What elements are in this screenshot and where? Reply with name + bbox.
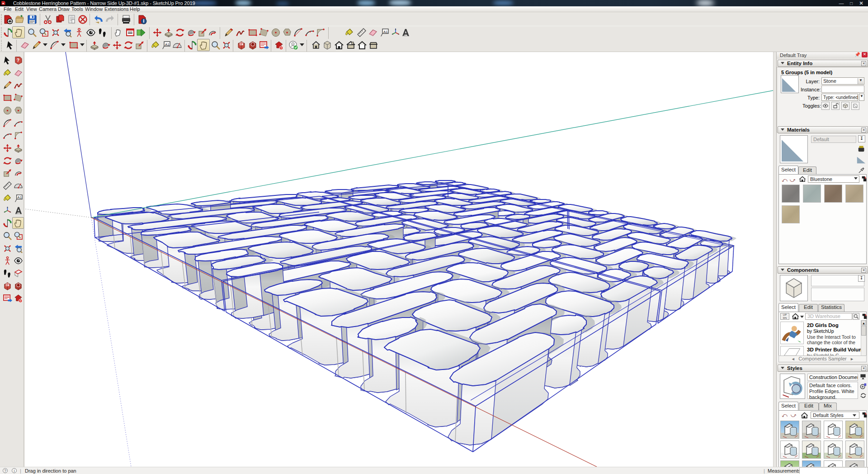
svg-text:A1: A1 [165,43,170,47]
svg-text:A1: A1 [383,30,388,34]
svg-text:A1: A1 [18,195,22,199]
svg-text:?: ? [17,57,19,63]
